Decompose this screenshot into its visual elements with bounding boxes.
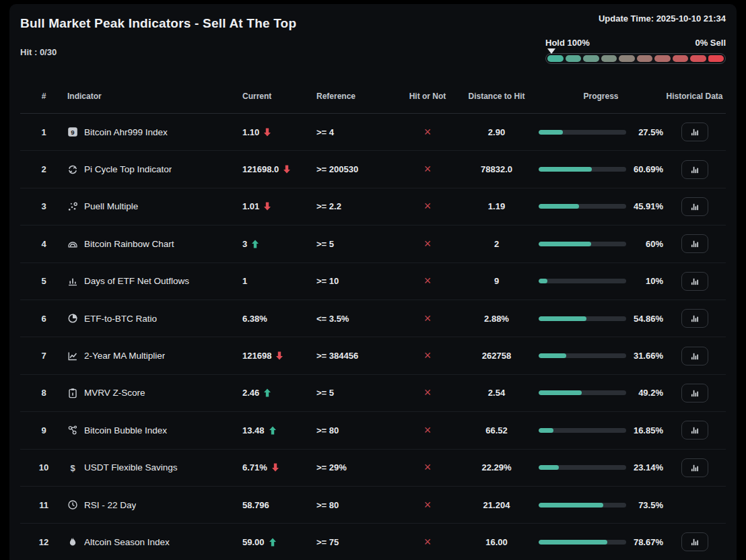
reference-value: >= 5 [316, 239, 401, 249]
row-number: 3 [20, 201, 67, 211]
col-header-hit-or-not: Hit or Not [401, 92, 454, 101]
panel-header: Bull Market Peak Indicators - Sell At Th… [9, 4, 737, 69]
dollar-icon: $ [67, 462, 78, 473]
rainbow-icon [67, 238, 78, 249]
trend-up-icon [269, 538, 277, 547]
current-value: 1.01 [242, 201, 259, 211]
distance-value: 21.204 [454, 500, 539, 510]
historical-data-button[interactable] [681, 421, 708, 440]
clock-icon [67, 499, 78, 510]
bar-chart-icon [67, 276, 78, 287]
table-row[interactable]: 6 ETF-to-BTC Ratio 6.38% <= 3.5% × 2.88%… [20, 300, 726, 337]
trend-up-icon [263, 388, 271, 397]
reference-value: >= 75 [316, 537, 401, 547]
svg-text:$: $ [70, 462, 75, 473]
reference-value: >= 2.2 [316, 201, 401, 211]
progress-bar [539, 242, 626, 246]
nodes-icon [67, 425, 78, 435]
historical-data-button[interactable] [681, 384, 708, 403]
miss-cross-icon: × [424, 274, 432, 287]
historical-data-button[interactable] [681, 347, 708, 365]
progress-bar [539, 167, 626, 172]
gauge-segment [583, 55, 599, 62]
table-row[interactable]: 2 Pi Cycle Top Indicator 121698.0 >= 200… [20, 151, 726, 188]
row-number: 9 [20, 425, 67, 435]
distance-value: 22.29% [454, 462, 539, 473]
row-number: 10 [20, 462, 67, 473]
progress-bar [539, 428, 626, 433]
progress-bar [539, 503, 626, 508]
flame-icon [67, 536, 78, 547]
progress-bar [539, 130, 626, 135]
reference-value: >= 5 [316, 388, 401, 398]
row-number: 6 [20, 314, 67, 324]
historical-data-button[interactable] [681, 197, 708, 216]
row-number: 12 [20, 537, 67, 547]
current-value: 58.796 [242, 500, 269, 510]
indicator-name[interactable]: Pi Cycle Top Indicator [84, 164, 172, 174]
progress-percent: 54.86% [630, 314, 663, 324]
current-value: 121698 [242, 351, 271, 361]
table-row[interactable]: 5 Days of ETF Net Outflows 1 >= 10 × 9 1… [20, 263, 726, 300]
table-row[interactable]: 3 Puell Multiple 1.01 >= 2.2 × 1.19 45.9… [20, 188, 726, 225]
historical-data-button[interactable] [681, 123, 708, 141]
historical-data-button[interactable] [681, 272, 708, 291]
current-value: 2.46 [242, 388, 259, 398]
current-value: 6.38% [242, 314, 267, 324]
miss-cross-icon: × [424, 498, 432, 512]
table-row[interactable]: 10 $ USDT Flexible Savings 6.71% >= 29% … [20, 450, 726, 487]
page-title: Bull Market Peak Indicators - Sell At Th… [20, 16, 296, 31]
indicator-name[interactable]: USDT Flexible Savings [84, 462, 178, 473]
historical-data-button[interactable] [681, 234, 708, 253]
row-number: 8 [20, 388, 67, 398]
trend-down-icon [263, 128, 271, 137]
line-chart-icon [67, 351, 78, 361]
indicator-name[interactable]: RSI - 22 Day [84, 500, 136, 510]
col-header-indicator: Indicator [67, 92, 242, 101]
indicator-name[interactable]: Bitcoin Bubble Index [84, 425, 167, 435]
progress-bar [539, 390, 626, 395]
reference-value: >= 10 [316, 276, 401, 286]
miss-cross-icon: × [424, 423, 432, 437]
table-row[interactable]: 1 9 Bitcoin Ahr999 Index 1.10 >= 4 × 2.9… [20, 114, 726, 151]
row-number: 1 [20, 127, 67, 137]
distance-value: 2.88% [454, 314, 539, 324]
table-row[interactable]: 8 MVRV Z-Score 2.46 >= 5 × 2.54 49.2% [20, 375, 726, 412]
indicator-name[interactable]: Days of ETF Net Outflows [84, 276, 189, 286]
col-header-historical: Historical Data [663, 92, 726, 101]
gauge-segment [654, 55, 671, 62]
indicator-name[interactable]: Bitcoin Rainbow Chart [84, 239, 174, 249]
historical-data-button[interactable] [681, 458, 708, 477]
reference-value: >= 200530 [316, 164, 401, 174]
indicator-name[interactable]: ETF-to-BTC Ratio [84, 314, 157, 324]
indicator-name[interactable]: MVRV Z-Score [84, 388, 145, 398]
current-value: 59.00 [242, 537, 265, 547]
indicator-name[interactable]: Bitcoin Ahr999 Index [84, 127, 168, 137]
historical-data-button[interactable] [681, 309, 708, 328]
svg-text:9: 9 [71, 129, 74, 136]
table-row[interactable]: 4 Bitcoin Rainbow Chart 3 >= 5 × 2 60% [20, 225, 726, 262]
current-value: 121698.0 [242, 164, 279, 174]
miss-cross-icon: × [424, 349, 432, 362]
miss-cross-icon: × [424, 460, 432, 474]
progress-bar [539, 316, 626, 321]
trend-up-icon [269, 426, 277, 435]
miss-cross-icon: × [424, 162, 432, 176]
pi-cycle-icon [67, 164, 78, 175]
current-value: 1.10 [242, 127, 259, 137]
historical-data-button[interactable] [681, 532, 708, 551]
distance-value: 9 [454, 276, 539, 286]
progress-bar [539, 279, 626, 283]
indicator-name[interactable]: 2-Year MA Multiplier [84, 351, 165, 361]
reference-value: >= 29% [316, 462, 401, 473]
table-row[interactable]: 11 RSI - 22 Day 58.796 >= 80 × 21.204 73… [20, 487, 726, 524]
historical-data-button[interactable] [681, 160, 708, 179]
table-row[interactable]: 7 2-Year MA Multiplier 121698 >= 384456 … [20, 337, 726, 374]
indicator-name[interactable]: Altcoin Season Index [84, 537, 170, 547]
progress-percent: 60.69% [630, 164, 663, 174]
indicator-name[interactable]: Puell Multiple [84, 201, 138, 211]
gauge-sell-label: 0% Sell [695, 38, 726, 48]
table-row[interactable]: 12 Altcoin Season Index 59.00 >= 75 × 16… [20, 524, 726, 560]
distance-value: 66.52 [454, 425, 539, 435]
table-row[interactable]: 9 Bitcoin Bubble Index 13.48 >= 80 × 66.… [20, 412, 726, 449]
